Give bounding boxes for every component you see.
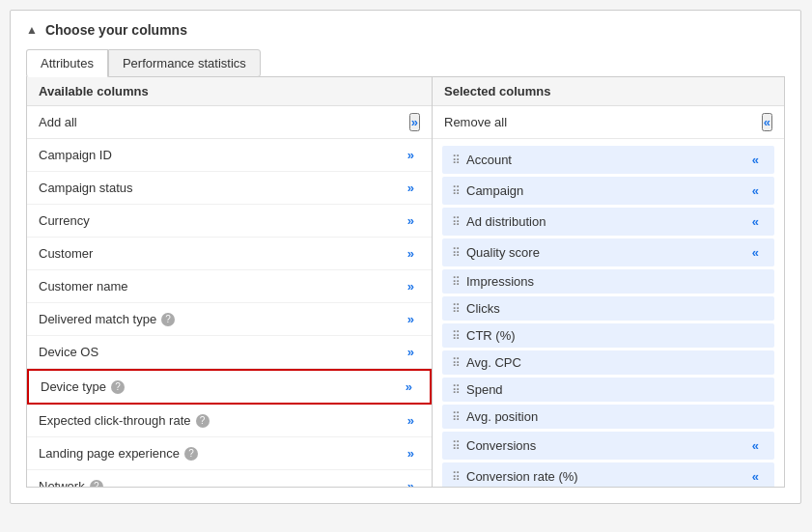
drag-icon: ⠿: [452, 215, 461, 229]
remove-all-row: Remove all «: [433, 106, 784, 139]
selected-label-conversion-rate: Conversion rate (%): [466, 469, 578, 484]
add-currency-button[interactable]: »: [402, 211, 420, 230]
help-icon[interactable]: ?: [111, 380, 125, 394]
selected-label-spend: Spend: [466, 382, 503, 397]
selected-item-left: ⠿ Ad distribution: [452, 214, 546, 229]
selected-item-avg-cpc: ⠿ Avg. CPC: [442, 350, 774, 375]
available-columns-title: Available columns: [27, 77, 432, 106]
tab-performance[interactable]: Performance statistics: [108, 49, 261, 77]
list-item: Campaign ID »: [27, 139, 432, 172]
list-item: Network ? »: [27, 470, 432, 487]
list-item-device-type: Device type ? »: [27, 369, 432, 405]
selected-item-left: ⠿ Conversion rate (%): [452, 469, 578, 484]
add-delivered-match-type-button[interactable]: »: [402, 310, 420, 328]
drag-icon: ⠿: [452, 246, 461, 260]
help-icon[interactable]: ?: [90, 480, 103, 488]
selected-item-left: ⠿ Clicks: [452, 301, 500, 316]
selected-label-avg-cpc: Avg. CPC: [466, 355, 521, 370]
selected-item-conversion-rate: ⠿ Conversion rate (%) «: [442, 462, 774, 487]
item-label-currency: Currency: [39, 213, 90, 228]
selected-item-ad-distribution: ⠿ Ad distribution «: [442, 208, 774, 236]
item-label-campaign-id: Campaign ID: [39, 148, 112, 162]
selected-label-campaign: Campaign: [466, 183, 523, 198]
selected-label-avg-position: Avg. position: [466, 409, 538, 424]
add-device-os-button[interactable]: »: [402, 343, 420, 361]
drag-icon: ⠿: [452, 356, 461, 370]
list-item: Expected click-through rate ? »: [27, 405, 432, 437]
item-label-device-type: Device type ?: [41, 379, 125, 394]
remove-all-button[interactable]: «: [762, 113, 772, 131]
drag-icon: ⠿: [452, 383, 461, 397]
remove-ad-distribution-button[interactable]: «: [746, 212, 765, 231]
remove-all-label: Remove all: [444, 115, 507, 129]
add-campaign-id-button[interactable]: »: [402, 146, 420, 164]
list-item: Customer »: [27, 238, 432, 270]
add-customer-name-button[interactable]: »: [402, 277, 420, 295]
add-customer-button[interactable]: »: [402, 244, 420, 263]
add-network-button[interactable]: »: [402, 477, 420, 487]
selected-label-quality-score: Quality score: [466, 245, 540, 260]
remove-quality-score-button[interactable]: «: [746, 243, 765, 262]
selected-item-left: ⠿ CTR (%): [452, 328, 516, 343]
selected-item-ctr: ⠿ CTR (%): [442, 323, 774, 348]
selected-item-impressions: ⠿ Impressions: [442, 269, 774, 294]
list-item: Customer name »: [27, 270, 432, 303]
remove-conversion-rate-button[interactable]: «: [746, 467, 765, 486]
outer-panel: ▲ Choose your columns Attributes Perform…: [10, 10, 801, 504]
add-expected-ctr-button[interactable]: »: [402, 411, 420, 430]
selected-item-left: ⠿ Campaign: [452, 183, 523, 198]
drag-icon: ⠿: [452, 154, 461, 167]
selected-item-account: ⠿ Account «: [442, 146, 774, 174]
columns-container: Available columns Add all » Campaign ID …: [26, 76, 785, 488]
list-item: Landing page experience ? »: [27, 437, 432, 470]
selected-item-conversions: ⠿ Conversions «: [442, 432, 774, 460]
left-panel: Available columns Add all » Campaign ID …: [27, 77, 433, 487]
selected-item-campaign: ⠿ Campaign «: [442, 177, 774, 205]
tab-attributes[interactable]: Attributes: [26, 49, 108, 77]
selected-item-left: ⠿ Avg. position: [452, 409, 538, 424]
selected-label-account: Account: [466, 153, 512, 167]
add-landing-page-button[interactable]: »: [402, 444, 420, 462]
remove-campaign-button[interactable]: «: [746, 182, 765, 200]
item-label-landing-page: Landing page experience ?: [39, 446, 198, 461]
add-device-type-button[interactable]: »: [400, 378, 418, 396]
remove-conversions-button[interactable]: «: [746, 436, 765, 455]
drag-icon: ⠿: [452, 184, 461, 198]
item-label-device-os: Device OS: [39, 345, 98, 359]
drag-icon: ⠿: [452, 410, 461, 424]
selected-label-conversions: Conversions: [466, 438, 536, 453]
selected-label-clicks: Clicks: [466, 301, 500, 316]
selected-label-ctr: CTR (%): [466, 328, 516, 343]
item-label-network: Network ?: [39, 479, 103, 487]
selected-item-quality-score: ⠿ Quality score «: [442, 238, 774, 266]
add-all-button[interactable]: »: [409, 113, 420, 131]
selected-item-left: ⠿ Conversions: [452, 438, 536, 453]
selected-label-impressions: Impressions: [466, 274, 534, 289]
available-columns-list: Campaign ID » Campaign status » Currency…: [27, 139, 432, 487]
help-icon[interactable]: ?: [161, 313, 175, 326]
collapse-icon[interactable]: ▲: [26, 23, 38, 37]
tabs-container: Attributes Performance statistics: [26, 49, 785, 77]
selected-item-avg-position: ⠿ Avg. position: [442, 405, 774, 429]
help-icon[interactable]: ?: [196, 414, 210, 428]
item-label-customer: Customer: [39, 246, 93, 261]
item-label-delivered-match-type: Delivered match type ?: [39, 312, 175, 326]
add-all-label: Add all: [39, 115, 77, 129]
selected-label-ad-distribution: Ad distribution: [466, 214, 546, 229]
list-item: Currency »: [27, 205, 432, 238]
selected-item-left: ⠿ Account: [452, 153, 512, 167]
drag-icon: ⠿: [452, 329, 461, 343]
remove-account-button[interactable]: «: [746, 151, 765, 169]
item-label-expected-ctr: Expected click-through rate ?: [39, 413, 210, 428]
selected-item-spend: ⠿ Spend: [442, 378, 774, 402]
drag-icon: ⠿: [452, 439, 461, 453]
help-icon[interactable]: ?: [184, 447, 198, 461]
add-all-row: Add all »: [27, 106, 432, 139]
selected-columns-list: ⠿ Account « ⠿ Campaign « ⠿ Ad distributi: [433, 139, 784, 487]
selected-columns-title: Selected columns: [433, 77, 784, 106]
drag-icon: ⠿: [452, 275, 461, 289]
add-campaign-status-button[interactable]: »: [402, 179, 420, 197]
selected-item-left: ⠿ Spend: [452, 382, 503, 397]
item-label-campaign-status: Campaign status: [39, 181, 133, 195]
panel-header: ▲ Choose your columns: [26, 22, 785, 38]
